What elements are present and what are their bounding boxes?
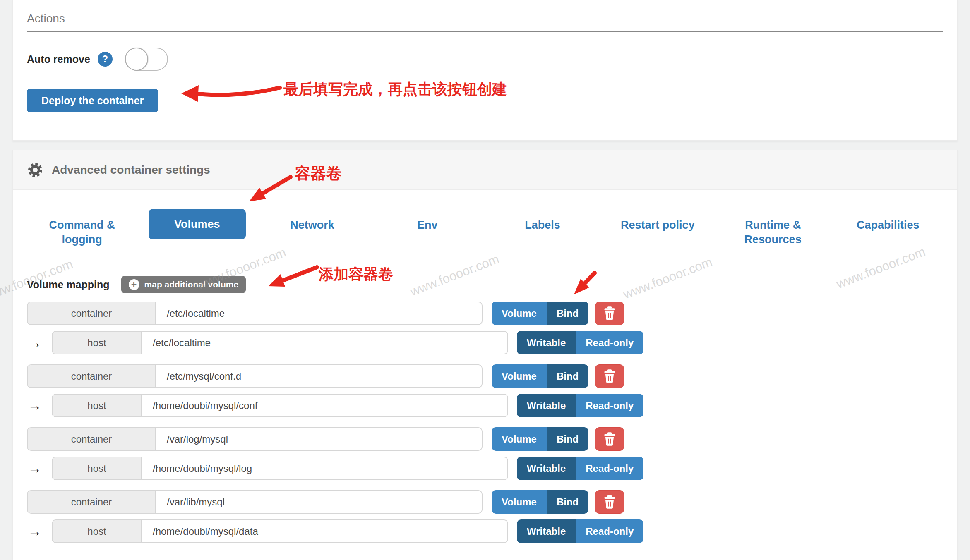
toggle-knob bbox=[125, 48, 148, 71]
tab-labels[interactable]: Labels bbox=[485, 209, 600, 251]
tab-runtime-resources[interactable]: Runtime & Resources bbox=[715, 209, 831, 251]
trash-icon bbox=[603, 495, 616, 509]
host-path-input[interactable]: /home/doubi/mysql/data bbox=[142, 520, 507, 542]
read-only-button[interactable]: Read-only bbox=[576, 394, 643, 417]
writable-button[interactable]: Writable bbox=[517, 519, 576, 543]
annotation-add-volume-hint: 添加容器卷 bbox=[319, 264, 393, 285]
volume-rows: container /etc/localtime Volume Bind bbox=[13, 302, 957, 543]
volume-mapping-row: container /var/log/mysql Volume Bind bbox=[13, 427, 957, 480]
container-addon-label: container bbox=[28, 491, 156, 513]
delete-volume-button[interactable] bbox=[595, 364, 624, 388]
volume-mapping-label: Volume mapping bbox=[27, 279, 110, 291]
maps-to-arrow-icon: → bbox=[28, 523, 52, 539]
maps-to-arrow-icon: → bbox=[28, 397, 52, 414]
page: Actions Auto remove ? Deploy the contain… bbox=[0, 0, 970, 560]
tab-env[interactable]: Env bbox=[370, 209, 485, 251]
writable-button[interactable]: Writable bbox=[517, 394, 576, 417]
delete-volume-button[interactable] bbox=[595, 302, 624, 325]
bind-type-button[interactable]: Bind bbox=[547, 427, 588, 451]
help-icon[interactable]: ? bbox=[98, 52, 113, 67]
actions-panel: Actions Auto remove ? Deploy the contain… bbox=[12, 0, 958, 141]
bind-type-button[interactable]: Bind bbox=[547, 490, 588, 514]
host-addon-label: host bbox=[53, 520, 142, 542]
tab-network[interactable]: Network bbox=[255, 209, 370, 251]
tab-restart-policy[interactable]: Restart policy bbox=[600, 209, 715, 251]
container-path-input[interactable]: /var/lib/mysql bbox=[156, 491, 482, 513]
volume-mapping-header: Volume mapping + map additional volume bbox=[27, 276, 957, 293]
host-path-input[interactable]: /home/doubi/mysql/conf bbox=[142, 395, 507, 416]
volume-type-button[interactable]: Volume bbox=[492, 490, 547, 514]
container-addon-label: container bbox=[28, 428, 156, 450]
volume-mapping-row: container /etc/localtime Volume Bind bbox=[13, 302, 957, 354]
host-addon-label: host bbox=[53, 457, 142, 479]
bind-type-button[interactable]: Bind bbox=[547, 302, 588, 325]
delete-volume-button[interactable] bbox=[595, 427, 624, 451]
actions-section-title: Actions bbox=[27, 12, 943, 32]
writable-button[interactable]: Writable bbox=[517, 331, 576, 354]
writable-button[interactable]: Writable bbox=[517, 457, 576, 480]
bind-type-button[interactable]: Bind bbox=[547, 364, 588, 388]
tab-command-logging[interactable]: Command & logging bbox=[24, 209, 139, 251]
container-path-input[interactable]: /var/log/mysql bbox=[156, 428, 482, 450]
container-addon-label: container bbox=[28, 302, 156, 324]
volume-type-button[interactable]: Volume bbox=[492, 427, 547, 451]
read-only-button[interactable]: Read-only bbox=[576, 519, 643, 543]
plus-icon: + bbox=[129, 279, 139, 290]
settings-tabs: Command & logging Volumes Network Env La… bbox=[13, 209, 957, 251]
trash-icon bbox=[603, 306, 616, 321]
container-path-input[interactable]: /etc/localtime bbox=[156, 302, 482, 324]
maps-to-arrow-icon: → bbox=[28, 335, 52, 351]
tab-volumes[interactable]: Volumes bbox=[139, 209, 255, 251]
auto-remove-toggle[interactable] bbox=[125, 48, 168, 71]
volume-type-button[interactable]: Volume bbox=[492, 364, 547, 388]
host-addon-label: host bbox=[53, 332, 142, 354]
auto-remove-label: Auto remove bbox=[27, 53, 90, 65]
auto-remove-row: Auto remove ? bbox=[27, 48, 943, 71]
container-path-input[interactable]: /etc/mysql/conf.d bbox=[156, 365, 482, 387]
advanced-settings-header: Advanced container settings bbox=[13, 150, 957, 190]
container-addon-label: container bbox=[28, 365, 156, 387]
deploy-container-button[interactable]: Deploy the container bbox=[27, 89, 158, 112]
map-additional-volume-label: map additional volume bbox=[144, 280, 239, 290]
annotation-volumes-tab-hint: 容器卷 bbox=[295, 163, 342, 184]
map-additional-volume-button[interactable]: + map additional volume bbox=[121, 276, 246, 293]
read-only-button[interactable]: Read-only bbox=[576, 331, 643, 354]
tab-capabilities[interactable]: Capabilities bbox=[831, 209, 946, 251]
volume-type-button[interactable]: Volume bbox=[492, 302, 547, 325]
maps-to-arrow-icon: → bbox=[28, 460, 52, 476]
host-path-input[interactable]: /home/doubi/mysql/log bbox=[142, 457, 507, 479]
advanced-settings-panel: Advanced container settings Command & lo… bbox=[12, 150, 958, 560]
tab-volumes-selected-pill[interactable]: Volumes bbox=[149, 209, 246, 239]
host-addon-label: host bbox=[53, 395, 142, 416]
advanced-settings-title: Advanced container settings bbox=[52, 163, 210, 177]
annotation-deploy-hint: 最后填写完成，再点击该按钮创建 bbox=[283, 79, 507, 100]
read-only-button[interactable]: Read-only bbox=[576, 457, 643, 480]
gear-icon bbox=[27, 162, 43, 178]
trash-icon bbox=[603, 369, 616, 383]
volume-mapping-row: container /var/lib/mysql Volume Bind bbox=[13, 490, 957, 543]
host-path-input[interactable]: /etc/localtime bbox=[142, 332, 507, 354]
delete-volume-button[interactable] bbox=[595, 490, 624, 514]
volume-mapping-row: container /etc/mysql/conf.d Volume Bind bbox=[13, 364, 957, 417]
trash-icon bbox=[603, 432, 616, 446]
